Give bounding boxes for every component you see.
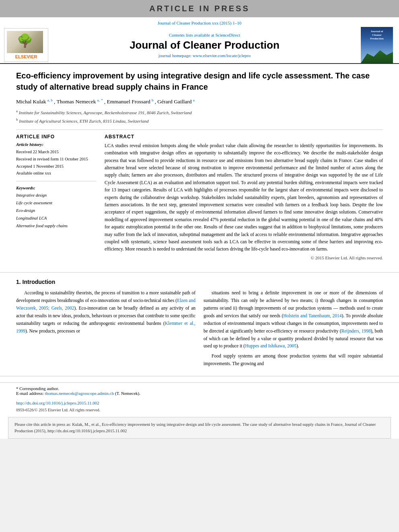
received-date: Received 22 March 2015 <box>16 148 97 156</box>
article-info-abstract: ARTICLE INFO Article history: Received 2… <box>16 129 383 260</box>
keywords-section: Keywords: Integrative design Life cycle … <box>16 185 97 230</box>
keywords-label: Keywords: <box>16 185 97 190</box>
sciencedirect-link[interactable]: ScienceDirect <box>215 33 240 37</box>
intro-right-col: situations need to bring a definite impr… <box>204 289 383 370</box>
article-info-heading: ARTICLE INFO <box>16 134 97 140</box>
elsevier-logo: 🌳 ELSEVIER <box>4 28 48 62</box>
ref-huppes[interactable]: Huppes and Ishikawa, 2005 <box>245 343 296 348</box>
authors-line: Michal Kulak a, b , Thomas Nemecek a, * … <box>16 98 383 105</box>
email-link[interactable]: thomas.nemecek@agroscope.admin.ch <box>45 391 114 396</box>
intro-body: According to sustainability theorists, t… <box>16 289 383 370</box>
keyword-5: Alternative food supply chains <box>16 222 97 230</box>
issn-line: 0959-6526/© 2015 Elsevier Ltd. All right… <box>0 407 399 413</box>
article-history-section: Article history: Received 22 March 2015 … <box>16 142 97 181</box>
abstract-heading: ABSTRACT <box>105 134 383 140</box>
article-title: Eco-efficiency improvement by using inte… <box>16 70 383 92</box>
abstract-text: LCA studies reveal emission hotspots alo… <box>105 142 383 253</box>
elsevier-text: ELSEVIER <box>7 54 45 59</box>
keyword-3: Eco-design <box>16 207 97 215</box>
cleaner-production-image: Journal ofCleanerProduction <box>361 27 395 63</box>
email-line: E-mail address: thomas.nemecek@agroscope… <box>16 391 383 396</box>
footnote-area: * Corresponding author. E-mail address: … <box>0 382 399 399</box>
keyword-2: Life cycle assessment <box>16 199 97 207</box>
introduction-section: 1. Introduction According to sustainabil… <box>0 279 399 370</box>
journal-top-ref: Journal of Cleaner Production xxx (2015)… <box>0 21 399 25</box>
intro-para-1: According to sustainability theorists, t… <box>16 289 195 335</box>
doi-link[interactable]: http://dx.doi.org/10.1016/j.jclepro.2015… <box>16 401 99 405</box>
journal-header: Journal of Cleaner Production xxx (2015)… <box>0 17 399 64</box>
journal-homepage: journal homepage: www.elsevier.com/locat… <box>48 53 361 58</box>
history-label: Article history: <box>16 142 97 147</box>
homepage-link[interactable]: www.elsevier.com/locate/jclepro <box>193 53 251 58</box>
revised-date: Received in revised form 11 October 2015 <box>16 156 97 163</box>
citation-bar: Please cite this article in press as: Ku… <box>8 417 391 439</box>
copyright-line: © 2015 Elsevier Ltd. All rights reserved… <box>105 255 383 260</box>
intro-para-3: Food supply systems are among those prod… <box>204 352 383 368</box>
keyword-1: Integrative design <box>16 192 97 199</box>
keyword-4: Longitudinal LCA <box>16 215 97 222</box>
footnote-divider <box>0 376 399 376</box>
accepted-date: Accepted 1 November 2015 <box>16 163 97 170</box>
journal-title-area: Contents lists available at ScienceDirec… <box>48 33 361 58</box>
intro-left-col: According to sustainability theorists, t… <box>16 289 195 370</box>
article-in-press-banner: ARTICLE IN PRESS <box>0 0 399 17</box>
ref-klemmer[interactable]: Klemmer et al., 1999 <box>16 321 195 333</box>
contents-available: Contents lists available at ScienceDirec… <box>48 33 361 37</box>
right-column: ABSTRACT LCA studies reveal emission hot… <box>105 134 383 260</box>
available-online: Available online xxx <box>16 170 97 177</box>
left-column: ARTICLE INFO Article history: Received 2… <box>16 134 97 260</box>
affiliations: a Institute for Sustainability Sciences,… <box>16 108 383 125</box>
intro-title: 1. Introduction <box>16 279 383 285</box>
ref-reijnders[interactable]: Reijnders, 1998 <box>341 329 371 333</box>
journal-main-title: Journal of Cleaner Production <box>48 39 361 51</box>
section-divider <box>0 272 399 273</box>
corresponding-author: * Corresponding author. <box>16 386 383 391</box>
intro-para-2: situations need to bring a definite impr… <box>204 289 383 350</box>
doi-section: http://dx.doi.org/10.1016/j.jclepro.2015… <box>0 399 399 407</box>
article-content: Eco-efficiency improvement by using inte… <box>0 64 399 266</box>
ref-holstein[interactable]: Holstein and Tanenbaum, 2014 <box>283 313 341 318</box>
ref-elzen[interactable]: Elzen and Wieczorek, 2005; Geels, 2002 <box>16 298 195 310</box>
